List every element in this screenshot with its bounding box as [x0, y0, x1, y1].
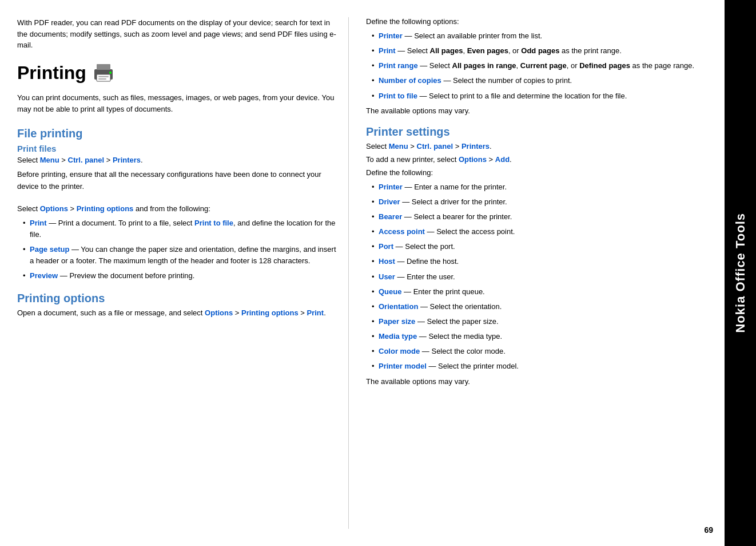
bullet-print-option: Print — Select All pages, Even pages, or… — [372, 45, 707, 57]
printing-options-link-2: Printing options — [241, 308, 299, 317]
odd-pages: Odd pages — [521, 46, 559, 55]
ps-media-type-term: Media type — [379, 332, 417, 341]
print-range-term: Print — [379, 46, 396, 55]
select-line-1: Select Menu > Ctrl. panel > Printers. — [17, 156, 337, 164]
bullet-num-copies: Number of copies — Select the number of … — [372, 75, 707, 86]
bullet-preview: Preview — Preview the document before pr… — [23, 270, 337, 282]
intro-paragraph: With PDF reader, you can read PDF docume… — [17, 17, 337, 51]
ctrl-panel-link-1: Ctrl. panel — [68, 156, 105, 164]
select-options-line: Select Options > Printing options and fr… — [17, 204, 337, 213]
printer-settings-bullets: Printer — Enter a name for the printer. … — [372, 181, 707, 373]
options-link-1: Options — [40, 204, 68, 213]
ps-orientation-term: Orientation — [379, 302, 418, 311]
printer-term: Printer — [379, 31, 403, 40]
file-printing-title: File printing — [17, 127, 337, 140]
file-printing-section: File printing Print files Select Menu > … — [17, 127, 337, 282]
page-number: 69 — [704, 525, 713, 535]
avail-note-1: The available options may vary. — [366, 106, 707, 115]
bullet-printer-option: Printer — Select an available printer fr… — [372, 30, 707, 42]
bullet-print-range: Print range — Select All pages in range,… — [372, 60, 707, 72]
printers-link-2: Printers — [461, 142, 490, 151]
ps-access-point-term: Access point — [379, 227, 425, 236]
bullet-ps-paper-size: Paper size — Select the paper size. — [372, 316, 707, 327]
print-range-link: Print range — [379, 61, 418, 70]
ps-printer-model-term: Printer model — [379, 362, 427, 370]
printing-options-bullets: Printer — Select an available printer fr… — [372, 30, 707, 102]
ps-port-term: Port — [379, 242, 393, 251]
page-wrapper: With PDF reader, you can read PDF docume… — [0, 0, 756, 546]
add-printer-line: To add a new printer, select Options > A… — [366, 155, 707, 164]
svg-rect-3 — [98, 76, 109, 77]
side-tab-label: Nokia Office Tools — [733, 213, 748, 333]
define-following-line: Define the following: — [366, 168, 707, 177]
all-pages: All pages — [430, 46, 463, 55]
printing-options-title: Printing options — [17, 292, 337, 305]
printing-title: Printing — [17, 62, 337, 84]
svg-rect-4 — [98, 78, 106, 80]
main-content: With PDF reader, you can read PDF docume… — [0, 0, 725, 546]
ps-user-term: User — [379, 272, 395, 281]
ps-queue-term: Queue — [379, 287, 401, 296]
bullet-ps-driver: Driver — Select a driver for the printer… — [372, 196, 707, 208]
printer-settings-section: Printer settings Select Menu > Ctrl. pan… — [366, 125, 707, 386]
ps-printer-term: Printer — [379, 183, 403, 191]
printer-icon — [92, 63, 115, 82]
print-to-file-term: Print to file — [379, 92, 417, 100]
bullet-ps-host: Host — Define the host. — [372, 256, 707, 267]
bullet-ps-bearer: Bearer — Select a bearer for the printer… — [372, 211, 707, 223]
current-page: Current page — [520, 61, 567, 70]
ps-color-mode-term: Color mode — [379, 347, 420, 355]
bullet-ps-queue: Queue — Enter the print queue. — [372, 286, 707, 298]
printer-settings-title: Printer settings — [366, 125, 707, 139]
print-to-file-link: Print to file — [194, 219, 233, 227]
ps-driver-term: Driver — [379, 197, 400, 206]
bullet-ps-user: User — Enter the user. — [372, 271, 707, 283]
ctrl-panel-link-2: Ctrl. panel — [417, 142, 453, 151]
define-following-options: Define the following options: — [366, 17, 707, 26]
printing-title-text: Printing — [17, 62, 86, 84]
options-link-3: Options — [459, 155, 487, 164]
ps-paper-size-term: Paper size — [379, 317, 415, 326]
bullet-ps-media-type: Media type — Select the media type. — [372, 331, 707, 342]
svg-point-5 — [109, 72, 112, 74]
printing-body: You can print documents, such as files, … — [17, 92, 337, 116]
printing-options-link-1: Printing options — [77, 204, 134, 213]
bullet-page-setup: Page setup — You can change the paper si… — [23, 244, 337, 267]
bullet-ps-printer-model: Printer model — Select the printer model… — [372, 361, 707, 372]
bullet-ps-orientation: Orientation — Select the orientation. — [372, 301, 707, 312]
menu-link-1: Menu — [40, 156, 59, 164]
bullet-ps-access-point: Access point — Select the access point. — [372, 226, 707, 238]
bullet-print: Print — Print a document. To print to a … — [23, 217, 337, 240]
bullet-ps-printer: Printer — Enter a name for the printer. — [372, 181, 707, 193]
printing-options-section: Printing options Open a document, such a… — [17, 292, 337, 317]
even-pages: Even pages — [467, 46, 508, 55]
left-column: With PDF reader, you can read PDF docume… — [17, 17, 349, 529]
bullet-ps-port: Port — Select the port. — [372, 241, 707, 252]
menu-link-2: Menu — [389, 142, 408, 151]
print-term: Print — [30, 219, 47, 227]
file-printing-bullets: Print — Print a document. To print to a … — [23, 217, 337, 282]
printing-options-body: Open a document, such as a file or messa… — [17, 308, 337, 317]
bullet-ps-color-mode: Color mode — Select the color mode. — [372, 346, 707, 357]
printers-link-1: Printers — [113, 156, 141, 164]
avail-note-2: The available options may vary. — [366, 377, 707, 386]
svg-rect-1 — [97, 64, 110, 70]
print-files-heading: Print files — [17, 144, 337, 153]
all-pages-in-range: All pages in range — [452, 61, 516, 70]
right-column: Define the following options: Printer — … — [349, 17, 713, 529]
page-setup-term: Page setup — [30, 245, 69, 254]
ps-host-term: Host — [379, 257, 395, 266]
bullet-print-to-file: Print to file — Select to print to a fil… — [372, 90, 707, 102]
side-tab: Nokia Office Tools — [725, 0, 756, 546]
defined-pages: Defined pages — [579, 61, 630, 70]
num-copies-term: Number of copies — [379, 76, 441, 85]
options-link-2: Options — [205, 308, 233, 317]
add-link: Add — [495, 155, 510, 164]
svg-rect-2 — [97, 74, 110, 81]
ps-bearer-term: Bearer — [379, 212, 402, 221]
print-link-main: Print — [307, 308, 324, 317]
preview-term: Preview — [30, 271, 58, 280]
before-printing-text: Before printing, ensure that all the nec… — [17, 169, 337, 193]
printer-settings-select: Select Menu > Ctrl. panel > Printers. — [366, 142, 707, 151]
